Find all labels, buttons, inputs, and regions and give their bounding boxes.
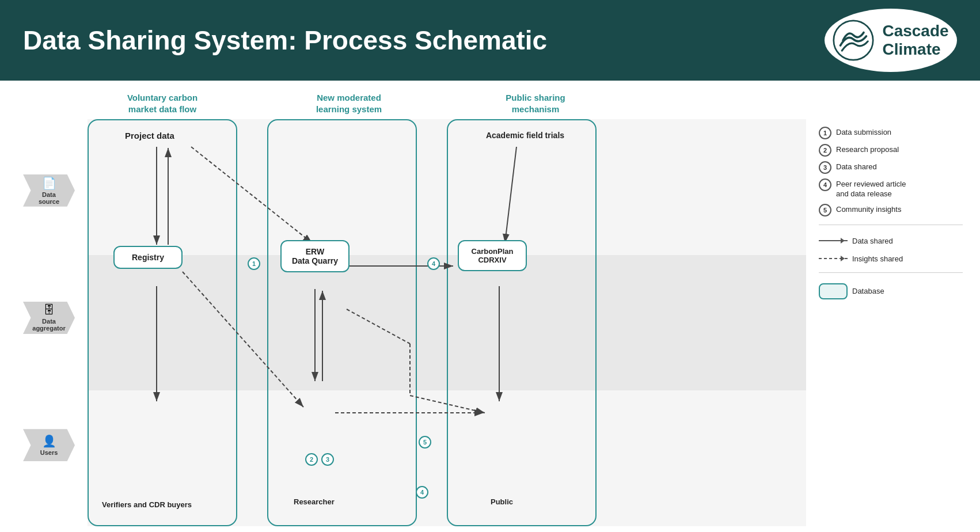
legend-column: 1 Data submission 2 Research proposal 3 … xyxy=(813,92,963,526)
legend-num-2: 2 xyxy=(819,144,831,157)
svg-line-17 xyxy=(183,272,303,407)
badge-3: 3 xyxy=(321,453,334,466)
node-academic-field-trials: Academic field trials xyxy=(462,131,588,140)
node-verifiers: Verifiers and CDR buyers xyxy=(102,500,192,509)
svg-line-16 xyxy=(410,396,485,413)
band-bottom xyxy=(88,390,806,526)
legend-divider-1 xyxy=(819,225,963,225)
badge-5: 5 xyxy=(419,436,431,449)
legend-item-5: 5 Community insights xyxy=(819,204,963,216)
badge-2: 2 xyxy=(305,453,318,466)
data-shared-arrow-icon xyxy=(819,240,848,241)
diagram-body: Project data Registry Verifiers and CDR … xyxy=(88,119,806,526)
diagram-area: Voluntary carbonmarket data flow New mod… xyxy=(88,92,806,526)
legend-insights-shared: Insights shared xyxy=(819,253,963,264)
svg-line-9 xyxy=(505,147,516,243)
legend-num-3: 3 xyxy=(819,161,831,174)
badge-1: 1 xyxy=(248,257,260,270)
node-erw: ERW Data Quarry xyxy=(280,240,350,272)
logo-line2: Climate xyxy=(882,40,948,59)
legend-text-2: Research proposal xyxy=(836,144,899,155)
legend-item-2: 2 Research proposal xyxy=(819,144,963,157)
database-legend-icon xyxy=(819,283,848,299)
band-middle xyxy=(88,255,806,391)
bands-container xyxy=(88,119,806,526)
data-aggregator-chevron: 🗄 Dataaggregator xyxy=(23,302,75,334)
section-panel-moderated xyxy=(267,119,417,526)
legend-text-5: Community insights xyxy=(836,204,901,215)
legend-data-shared: Data shared xyxy=(819,235,963,246)
label-voluntary: Voluntary carbonmarket data flow xyxy=(88,92,237,115)
database-icon: 🗄 xyxy=(43,303,55,317)
legend-item-3: 3 Data shared xyxy=(819,161,963,174)
logo-text: Cascade Climate xyxy=(882,22,948,59)
legend-item-1: 1 Data submission xyxy=(819,127,963,139)
source-users: 👤 Users xyxy=(17,429,81,461)
cascade-climate-logo-icon xyxy=(833,20,874,61)
section-panel-public xyxy=(447,119,597,526)
legend-num-1: 1 xyxy=(819,127,831,139)
source-data-aggregator: 🗄 Dataaggregator xyxy=(17,302,81,334)
header: Data Sharing System: Process Schematic C… xyxy=(0,0,980,81)
legend-divider-2 xyxy=(819,272,963,273)
node-project-data: Project data xyxy=(125,131,174,140)
band-top xyxy=(88,119,806,255)
badge-4-bottom: 4 xyxy=(416,486,428,499)
legend-item-4: 4 Peer reviewed articleand data release xyxy=(819,178,963,199)
legend-database-label: Database xyxy=(852,286,884,297)
legend-num-4: 4 xyxy=(819,178,831,191)
label-public: Public sharingmechanism xyxy=(461,92,610,115)
svg-line-5 xyxy=(191,147,312,243)
source-data-source: 📄 Datasource xyxy=(17,174,81,207)
logo-area: Cascade Climate xyxy=(825,9,957,72)
label-moderated: New moderatedlearning system xyxy=(274,92,424,115)
main-content: 📄 Datasource 🗄 Dataaggregator 👤 Users xyxy=(0,81,980,532)
legend-text-3: Data shared xyxy=(836,161,877,172)
legend-text-4: Peer reviewed articleand data release xyxy=(836,178,906,199)
node-carbonplan: CarbonPlan CDRXIV xyxy=(458,240,527,271)
legend-text-1: Data submission xyxy=(836,127,891,138)
legend-database: Database xyxy=(819,283,963,299)
page-wrapper: Data Sharing System: Process Schematic C… xyxy=(0,0,980,532)
users-chevron: 👤 Users xyxy=(23,429,75,461)
node-researcher: Researcher xyxy=(294,497,335,506)
sources-column: 📄 Datasource 🗄 Dataaggregator 👤 Users xyxy=(17,92,81,526)
user-icon: 👤 xyxy=(42,434,56,448)
svg-line-14 xyxy=(347,309,410,344)
logo-line1: Cascade xyxy=(882,22,948,40)
node-public: Public xyxy=(491,497,513,506)
section-panel-voluntary xyxy=(88,119,237,526)
document-icon: 📄 xyxy=(42,176,56,190)
legend-insights-shared-label: Insights shared xyxy=(852,253,903,264)
arrows-overlay xyxy=(88,119,806,526)
node-registry: Registry xyxy=(113,246,183,269)
legend-data-shared-label: Data shared xyxy=(852,235,893,246)
insights-shared-arrow-icon xyxy=(819,258,848,259)
page-title: Data Sharing System: Process Schematic xyxy=(23,26,547,55)
legend-num-5: 5 xyxy=(819,204,831,216)
section-labels-row: Voluntary carbonmarket data flow New mod… xyxy=(88,92,806,115)
badge-4-middle: 4 xyxy=(427,257,440,270)
data-source-chevron: 📄 Datasource xyxy=(23,174,75,207)
